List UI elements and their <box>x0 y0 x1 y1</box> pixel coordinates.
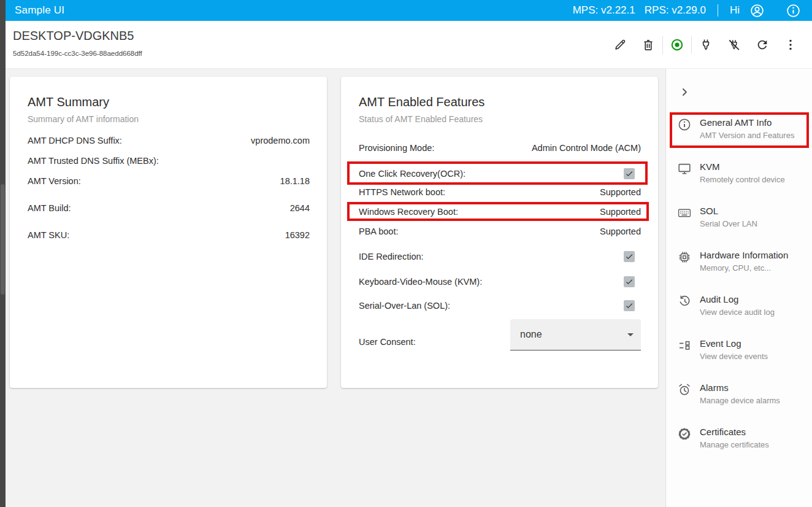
ocr-checkbox[interactable] <box>624 168 635 179</box>
edit-button[interactable] <box>606 33 634 57</box>
rps-version: RPS: v2.29.0 <box>645 4 706 17</box>
feature-row-ocr: One Click Recovery(OCR): <box>359 168 641 180</box>
summary-row: AMT Version:18.1.18 <box>28 175 310 187</box>
scrollbar-thumb[interactable] <box>1 184 5 295</box>
delete-button[interactable] <box>634 33 662 57</box>
power-connect-button[interactable] <box>692 33 720 57</box>
chevron-down-icon <box>627 333 634 336</box>
feature-row-windows-recovery: Windows Recovery Boot:Supported <box>359 206 641 218</box>
sidebar-item-general-amt-info[interactable]: General AMT Info AMT Version and Feature… <box>677 117 806 141</box>
sidebar-item-event-log[interactable]: Event Log View device events <box>677 338 806 362</box>
sidebar-item-alarms[interactable]: Alarms Manage device alarms <box>677 382 806 406</box>
feature-row-kvm: Keyboard-Video-Mouse (KVM): <box>359 276 641 288</box>
ide-checkbox[interactable] <box>624 251 635 262</box>
feature-row-provisioning: Provisioning Mode:Admin Control Mode (AC… <box>359 142 641 154</box>
app-toolbar: Sample UI MPS: v2.22.1 RPS: v2.29.0 Hi <box>6 0 812 21</box>
sidebar-item-sol[interactable]: SOL Serial Over LAN <box>677 205 806 229</box>
summary-row: AMT Trusted DNS Suffix (MEBx): <box>28 155 310 167</box>
device-name: DESKTOP-VDGKNB5 <box>13 29 134 43</box>
more-options-button[interactable] <box>776 33 805 57</box>
sidebar-item-certificates[interactable]: Certificates Manage certificates <box>677 426 806 450</box>
summary-row: AMT SKU:16392 <box>28 229 310 241</box>
left-scrollbar[interactable] <box>0 0 6 507</box>
info-icon[interactable] <box>785 2 801 18</box>
feature-row-https-boot: HTTPS Network boot:Supported <box>359 186 641 198</box>
summary-title: AMT Summary <box>28 95 109 109</box>
app-title: Sample UI <box>15 4 64 17</box>
main-content: AMT Summary Summary of AMT information A… <box>6 69 665 507</box>
keyboard-icon <box>677 206 692 220</box>
summary-subtitle: Summary of AMT information <box>28 114 139 124</box>
event-list-icon <box>677 338 692 353</box>
device-uuid: 5d52da54-199c-cc3c-3e96-88aedd668dff <box>13 50 142 57</box>
feature-row-pba-boot: PBA boot:Supported <box>359 225 641 238</box>
alarm-icon <box>677 382 692 397</box>
feature-row-ide-redirection: IDE Redirection: <box>359 250 641 263</box>
device-nav-sidebar: General AMT Info AMT Version and Feature… <box>665 69 812 507</box>
amt-summary-card: AMT Summary Summary of AMT information A… <box>10 77 327 388</box>
user-consent-select[interactable]: none <box>510 319 641 350</box>
device-header: DESKTOP-VDGKNB5 5d52da54-199c-cc3c-3e96-… <box>6 21 812 69</box>
connection-status-button[interactable] <box>663 33 691 57</box>
info-icon <box>677 117 692 132</box>
summary-row: AMT Build:2644 <box>28 202 310 214</box>
certificate-icon <box>677 427 692 441</box>
features-subtitle: Status of AMT Enabled Features <box>359 114 483 124</box>
monitor-icon <box>677 161 692 176</box>
kebab-menu-icon <box>784 38 797 52</box>
topbar-divider <box>718 4 718 17</box>
account-icon[interactable] <box>749 2 765 18</box>
chip-icon <box>677 250 692 265</box>
status-connected-icon <box>670 37 684 52</box>
trash-icon <box>645 42 651 50</box>
pencil-icon <box>616 41 624 49</box>
refresh-icon <box>756 38 769 52</box>
greeting-label: Hi <box>730 4 740 17</box>
power-disconnect-button[interactable] <box>720 33 748 57</box>
amt-features-card: AMT Enabled Features Status of AMT Enabl… <box>341 77 658 388</box>
sidebar-item-hardware-info[interactable]: Hardware Information Memory, CPU, etc... <box>677 249 806 273</box>
refresh-button[interactable] <box>748 33 776 57</box>
summary-row: AMT DHCP DNS Suffix:vprodemo.com <box>28 134 310 147</box>
check-icon <box>625 277 634 286</box>
check-icon <box>625 252 634 261</box>
features-title: AMT Enabled Features <box>359 95 485 109</box>
check-icon <box>625 301 634 310</box>
check-icon <box>625 169 634 178</box>
sidebar-item-kvm[interactable]: KVM Remotely control device <box>677 161 806 185</box>
mps-version: MPS: v2.22.1 <box>573 4 635 17</box>
kvm-checkbox[interactable] <box>624 276 635 287</box>
history-icon <box>677 294 692 309</box>
chevron-right-icon <box>678 86 691 98</box>
user-consent-label: User Consent: <box>359 336 416 348</box>
feature-row-sol: Serial-Over-Lan (SOL): <box>359 300 641 312</box>
device-toolbar <box>606 33 805 57</box>
sol-checkbox[interactable] <box>624 300 635 311</box>
collapse-sidebar-button[interactable] <box>676 83 693 101</box>
sidebar-item-audit-log[interactable]: Audit Log View device audit log <box>677 293 806 317</box>
